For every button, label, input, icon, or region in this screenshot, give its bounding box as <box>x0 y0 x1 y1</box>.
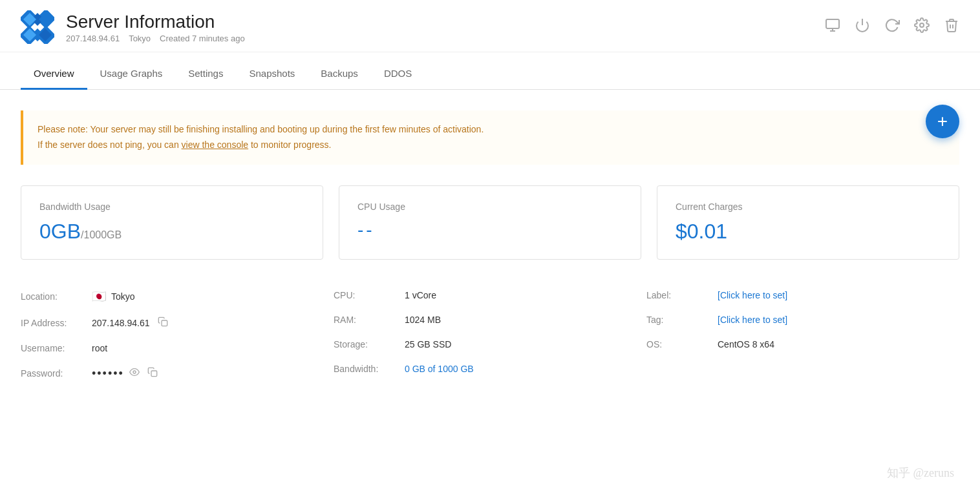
info-grid: Location: 🇯🇵 Tokyo IP Address: 207.148.9… <box>21 283 959 387</box>
os-val: CentOS 8 x64 <box>718 339 774 349</box>
bandwidth-info-key: Bandwidth: <box>334 364 405 374</box>
bandwidth-value: 0GB/1000GB <box>39 220 304 244</box>
charges-card: Current Charges $0.01 <box>657 185 959 260</box>
tag-val[interactable]: [Click here to set] <box>718 315 787 325</box>
server-ip: 207.148.94.61 <box>66 34 120 43</box>
ram-key: RAM: <box>334 315 405 325</box>
svg-point-13 <box>920 23 924 27</box>
ram-val: 1024 MB <box>405 315 441 325</box>
tab-ddos[interactable]: DDOS <box>371 57 425 90</box>
copy-password-icon[interactable] <box>147 367 158 380</box>
location-val: 🇯🇵 Tokyo <box>92 289 135 304</box>
storage-row: Storage: 25 GB SSD <box>334 332 646 357</box>
svg-rect-16 <box>151 371 157 377</box>
username-row: Username: root <box>21 336 334 360</box>
password-val: •••••• <box>92 367 158 380</box>
svg-rect-10 <box>826 19 839 28</box>
title-block: Server Information 207.148.94.61 Tokyo C… <box>66 12 245 43</box>
username-val: root <box>92 343 107 353</box>
svg-point-15 <box>133 371 136 373</box>
label-val[interactable]: [Click here to set] <box>718 290 787 300</box>
page-header: Server Information 207.148.94.61 Tokyo C… <box>0 0 980 52</box>
delete-icon[interactable] <box>944 17 959 37</box>
cpu-value: -- <box>357 220 623 240</box>
page-title: Server Information <box>66 12 245 32</box>
plus-icon: + <box>937 111 948 132</box>
cpu-info-row: CPU: 1 vCore <box>334 283 646 307</box>
bandwidth-info-row: Bandwidth: 0 GB of 1000 GB <box>334 357 646 381</box>
bandwidth-label: Bandwidth Usage <box>39 202 304 212</box>
japan-flag-icon: 🇯🇵 <box>92 289 106 304</box>
stats-row: Bandwidth Usage 0GB/1000GB CPU Usage -- … <box>21 185 959 260</box>
power-icon[interactable] <box>855 17 870 37</box>
cpu-card: CPU Usage -- <box>339 185 641 260</box>
ip-row: IP Address: 207.148.94.61 <box>21 310 334 336</box>
alert-line2: If the server does not ping, you can vie… <box>37 138 945 153</box>
info-col-2: CPU: 1 vCore RAM: 1024 MB Storage: 25 GB… <box>334 283 646 387</box>
alert-line1: Please note: Your server may still be fi… <box>37 122 945 138</box>
server-created: Created 7 minutes ago <box>160 34 245 43</box>
password-row: Password: •••••• <box>21 360 334 387</box>
bandwidth-info-val: 0 GB of 1000 GB <box>405 364 474 374</box>
monitor-icon[interactable] <box>825 17 840 37</box>
alert-box: Please note: Your server may still be fi… <box>21 110 959 165</box>
bandwidth-unit: /1000GB <box>81 229 122 240</box>
storage-key: Storage: <box>334 339 405 349</box>
add-button[interactable]: + <box>926 105 959 138</box>
info-col-1: Location: 🇯🇵 Tokyo IP Address: 207.148.9… <box>21 283 334 387</box>
password-key: Password: <box>21 368 92 379</box>
username-key: Username: <box>21 343 92 353</box>
ip-val: 207.148.94.61 <box>92 317 168 329</box>
alert-icon[interactable] <box>914 17 930 37</box>
tab-overview[interactable]: Overview <box>21 57 87 90</box>
bandwidth-link[interactable]: 0 GB of 1000 GB <box>405 364 474 374</box>
tab-snapshots[interactable]: Snapshots <box>236 57 308 90</box>
header-actions <box>825 17 959 37</box>
server-location: Tokyo <box>129 34 151 43</box>
storage-val: 25 GB SSD <box>405 339 451 349</box>
info-col-3: Label: [Click here to set] Tag: [Click h… <box>646 283 959 387</box>
page-subtitle: 207.148.94.61 Tokyo Created 7 minutes ag… <box>66 34 245 43</box>
password-dots: •••••• <box>92 367 124 380</box>
bandwidth-card: Bandwidth Usage 0GB/1000GB <box>21 185 323 260</box>
tab-usage-graphs[interactable]: Usage Graphs <box>87 57 176 90</box>
ram-row: RAM: 1024 MB <box>334 307 646 332</box>
location-key: Location: <box>21 291 92 302</box>
os-row: OS: CentOS 8 x64 <box>646 332 959 357</box>
cpu-info-val: 1 vCore <box>405 290 436 300</box>
tab-settings[interactable]: Settings <box>175 57 236 90</box>
refresh-icon[interactable] <box>884 17 900 37</box>
svg-rect-14 <box>162 320 167 326</box>
console-link[interactable]: view the console <box>182 140 249 150</box>
label-row: Label: [Click here to set] <box>646 283 959 307</box>
os-key: OS: <box>646 339 718 349</box>
tag-row: Tag: [Click here to set] <box>646 307 959 332</box>
tab-backups[interactable]: Backups <box>308 57 371 90</box>
charges-value: $0.01 <box>676 220 941 244</box>
copy-ip-icon[interactable] <box>158 317 168 329</box>
main-content: Please note: Your server may still be fi… <box>0 90 980 408</box>
tabs-bar: Overview Usage Graphs Settings Snapshots… <box>0 57 980 90</box>
logo[interactable] <box>21 10 54 44</box>
show-password-icon[interactable] <box>129 367 140 380</box>
label-key: Label: <box>646 290 718 300</box>
charges-label: Current Charges <box>676 202 941 212</box>
header-left: Server Information 207.148.94.61 Tokyo C… <box>21 10 245 44</box>
cpu-info-key: CPU: <box>334 290 405 300</box>
location-row: Location: 🇯🇵 Tokyo <box>21 283 334 310</box>
cpu-label: CPU Usage <box>357 202 623 212</box>
ip-key: IP Address: <box>21 318 92 328</box>
tag-key: Tag: <box>646 315 718 325</box>
